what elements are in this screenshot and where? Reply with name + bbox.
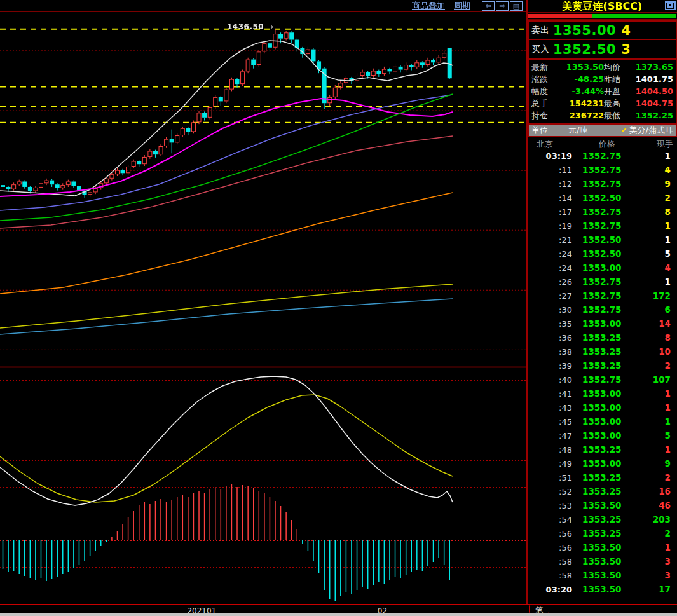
tick-time: :27 (528, 291, 572, 301)
tick-volume: 17 (622, 584, 671, 594)
tick-volume: 1 (622, 416, 671, 427)
tick-price: 1352.50 (572, 249, 622, 259)
tick-row: :451353.001 (528, 414, 676, 428)
toolbar-divider (0, 11, 526, 12)
stat-label: 最高 (604, 97, 631, 109)
tick-time: :24 (528, 249, 572, 259)
tick-price: 1353.25 (572, 514, 622, 524)
tick-volume: 4 (622, 263, 671, 273)
unit-option-metric[interactable]: 元/吨 (568, 125, 621, 136)
tick-time: :39 (528, 361, 572, 371)
tick-price: 1352.75 (572, 165, 622, 175)
tick-price: 1352.75 (572, 305, 622, 315)
unit-imperial-text: 美分/蒲式耳 (629, 125, 673, 136)
tick-volume: 1 (622, 402, 671, 413)
tick-list[interactable]: 03:191352.751:111352.754:121352.759:1413… (528, 149, 676, 598)
tick-row: :521353.2516 (528, 484, 676, 498)
tick-time: :19 (528, 221, 572, 231)
tick-volume: 9 (622, 179, 671, 189)
stat-label: 开盘 (604, 85, 631, 97)
stat-label: 最新 (531, 61, 558, 73)
tick-time: :41 (528, 389, 572, 399)
tick-volume: 8 (622, 207, 671, 217)
tick-price: 1352.75 (572, 291, 622, 301)
tick-price: 1353.00 (572, 263, 622, 273)
tick-price: 1353.00 (572, 458, 622, 469)
tick-price: 1352.50 (572, 235, 622, 245)
tick-price: 1353.50 (572, 556, 622, 566)
tick-price: 1353.25 (572, 486, 622, 496)
tick-time: :40 (528, 375, 572, 385)
bid-price: 1352.50 (553, 42, 616, 57)
period-link[interactable]: 周期 (454, 0, 470, 11)
tick-row: :191352.751 (528, 219, 676, 233)
tick-volume: 5 (622, 249, 671, 259)
stat-label: 昨结 (604, 73, 631, 85)
stat-value: -3.44% (558, 85, 604, 97)
layout-button[interactable]: ▤ (510, 1, 523, 11)
high-price-label: 1436.50 (227, 22, 264, 31)
overlay-link[interactable]: 商品叠加 (412, 0, 445, 11)
tick-row: :171352.758 (528, 205, 676, 219)
tick-row: :141352.502 (528, 191, 676, 205)
next-arrow-button[interactable]: ⇨ (496, 1, 509, 11)
tick-time: :43 (528, 403, 572, 413)
tick-row: :351353.0014 (528, 317, 676, 331)
tick-time: :49 (528, 459, 572, 469)
tick-time: :17 (528, 207, 572, 217)
chart-canvas[interactable] (0, 0, 526, 604)
stat-value: 236722 (558, 109, 604, 121)
tick-volume: 1 (622, 221, 671, 231)
tick-row: :491353.009 (528, 456, 676, 470)
tick-time: :30 (528, 305, 572, 315)
tick-volume: 1 (622, 151, 671, 161)
tick-time: :58 (528, 571, 572, 580)
tick-price: 1352.75 (572, 179, 622, 189)
tick-price: 1353.25 (572, 360, 622, 371)
tick-time: :14 (528, 193, 572, 203)
tick-row: :401352.75107 (528, 373, 676, 387)
bid-row: 买入 1352.50 3 (528, 40, 677, 60)
tick-row: :471353.005 (528, 428, 676, 442)
chart-area: 商品叠加 周期 ⇦⇨▤ 1436.50 → 202101 02 (0, 0, 526, 616)
tick-row: :391353.252 (528, 359, 676, 373)
prev-arrow-button[interactable]: ⇦ (482, 1, 495, 11)
tick-volume: 1 (622, 542, 671, 552)
tick-time: :45 (528, 417, 572, 427)
tick-row: 03:201353.5017 (528, 582, 676, 596)
tick-time: :56 (528, 543, 572, 552)
toolbar-buttons: ⇦⇨▤ (482, 1, 523, 11)
tick-price: 1353.00 (572, 318, 622, 329)
tick-row: :301352.756 (528, 303, 676, 317)
bid-label: 买入 (531, 44, 553, 55)
tick-volume: 10 (622, 346, 671, 357)
tick-time: 03:20 (528, 585, 572, 594)
tick-volume: 3 (622, 556, 671, 566)
tick-time: :56 (528, 529, 572, 538)
unit-option-imperial[interactable]: ✔ 美分/蒲式耳 (621, 125, 673, 136)
ask-row: 卖出 1355.00 4 (528, 20, 677, 40)
strength-green-segment (592, 14, 676, 18)
tick-price: 1353.25 (572, 444, 622, 455)
tick-volume: 1 (622, 444, 671, 455)
tick-price: 1352.75 (572, 221, 622, 231)
restore-window-icon[interactable] (665, 1, 676, 10)
contract-title-text: 美黄豆连(SBCC) (563, 0, 643, 12)
tick-price: 1353.00 (572, 402, 622, 413)
stat-value: 1352.25 (631, 109, 673, 121)
tick-row: :581353.503 (528, 554, 676, 568)
tick-row: :261352.751 (528, 275, 676, 289)
tick-row: :121352.759 (528, 177, 676, 191)
tick-row: 03:191352.751 (528, 149, 676, 163)
tick-volume: 8 (622, 332, 671, 343)
trading-terminal: 商品叠加 周期 ⇦⇨▤ 1436.50 → 202101 02 美黄豆连(SBC… (0, 0, 677, 616)
tick-volume: 2 (622, 528, 671, 538)
tick-price: 1353.25 (572, 472, 622, 483)
tick-row: :511353.252 (528, 470, 676, 484)
tick-price: 1352.75 (572, 151, 622, 161)
tick-time: :54 (528, 515, 572, 524)
tick-price: 1353.25 (572, 332, 622, 343)
tick-row: :531353.5046 (528, 498, 676, 512)
tick-price: 1353.00 (572, 416, 622, 427)
tick-volume: 9 (622, 458, 671, 469)
